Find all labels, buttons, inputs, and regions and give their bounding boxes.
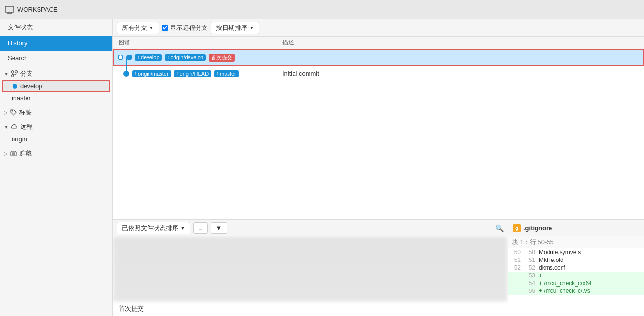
sidebar-item-history[interactable]: History <box>0 36 112 51</box>
bottom-right: g .gitignore 块 1：行 50-55 50 50 Module.sy… <box>508 220 644 316</box>
desc-col-header: 描述 <box>277 37 644 49</box>
sidebar-remote-origin[interactable]: origin <box>0 133 112 145</box>
graph-header: 图谱 描述 <box>113 37 644 49</box>
graph-col-header: 图谱 <box>113 37 277 49</box>
tags-chevron: ▷ <box>4 110 8 115</box>
graph-area[interactable]: 图谱 描述 ↑ develop ↑ origin/develop <box>113 37 644 220</box>
bottom-commit-label: 首次提交 <box>113 302 508 316</box>
diff-line-2: 51 51 Mkfile.old <box>508 256 644 264</box>
cloud-icon <box>11 123 18 131</box>
branches-section[interactable]: ▼ 分支 <box>0 66 112 80</box>
view-more-btn[interactable]: ▼ <box>211 222 228 234</box>
content-area: 所有分支 ▼ 显示远程分支 按日期排序 ▼ 图谱 描述 <box>113 19 644 316</box>
remotes-chevron: ▼ <box>4 124 9 130</box>
tag-origin-master: ↑ origin/master <box>132 70 171 77</box>
tag-develop: ↑ develop <box>135 54 162 61</box>
view-options-btn[interactable]: ≡ <box>193 222 208 234</box>
tag-origin-head: ↑ origin/HEAD <box>174 70 212 77</box>
main-layout: 文件状态 History Search ▼ 分支 develop master <box>0 19 644 316</box>
bottom-right-header: g .gitignore <box>508 220 644 236</box>
commit-graph-cell-1: ↑ develop ↑ origin/develop 首次提交 <box>114 54 278 62</box>
show-remote-checkbox-label[interactable]: 显示远程分支 <box>162 24 208 32</box>
sidebar: 文件状态 History Search ▼ 分支 develop master <box>0 19 113 316</box>
branch-icon <box>11 70 18 78</box>
sidebar-item-search[interactable]: Search <box>0 51 112 66</box>
diff-line-4: 53 + <box>508 272 644 279</box>
workspace-label: WORKSPACE <box>17 6 58 13</box>
diff-line-6: 55 + /mcu_check_c/.vs <box>508 287 644 295</box>
branches-chevron: ▼ <box>4 71 9 77</box>
diff-line-5: 54 + /mcu_check_c/x64 <box>508 279 644 287</box>
svg-point-8 <box>12 110 13 112</box>
sidebar-item-file-status[interactable]: 文件状态 <box>0 19 112 36</box>
svg-point-6 <box>11 75 13 77</box>
branch-selector-btn[interactable]: 所有分支 ▼ <box>117 22 159 34</box>
bottom-left: 已依照文件状态排序 ▼ ≡ ▼ 🔍 首次提交 <box>113 220 508 316</box>
stash-section[interactable]: ▷ 贮藏 <box>0 145 112 160</box>
tags-section[interactable]: ▷ 标签 <box>0 104 112 119</box>
graph-toolbar: 所有分支 ▼ 显示远程分支 按日期排序 ▼ <box>113 19 644 37</box>
sidebar-branch-master[interactable]: master <box>0 92 112 104</box>
stash-icon <box>10 150 17 157</box>
sort-arrow: ▼ <box>249 25 254 30</box>
commit-dot-1b <box>126 55 132 60</box>
file-sort-arrow: ▼ <box>180 225 185 231</box>
app-header: WORKSPACE <box>0 0 644 19</box>
diff-table: 50 50 Module.symvers 51 51 Mkfile.old 52 <box>508 248 644 295</box>
monitor-icon <box>5 6 14 14</box>
branch-selector-arrow: ▼ <box>149 25 154 30</box>
bottom-blurred <box>113 236 508 302</box>
commit-dot-1 <box>118 55 123 60</box>
file-name: .gitignore <box>523 224 552 232</box>
commit-desc-2: Initial commit <box>277 70 644 77</box>
tag-icon <box>10 109 17 116</box>
tag-first-commit: 首次提交 <box>209 54 235 62</box>
commit-row-1[interactable]: ↑ develop ↑ origin/develop 首次提交 <box>113 49 644 66</box>
commit-row-2[interactable]: ↑ origin/master ↑ origin/HEAD ↑ master I… <box>113 66 644 82</box>
svg-point-4 <box>11 71 13 73</box>
show-remote-checkbox[interactable] <box>162 25 168 31</box>
tag-master: ↑ master <box>214 70 239 77</box>
app-title: WORKSPACE <box>5 6 58 14</box>
bottom-toolbar: 已依照文件状态排序 ▼ ≡ ▼ 🔍 <box>113 220 508 236</box>
commit-graph-cell-2: ↑ origin/master ↑ origin/HEAD ↑ master <box>113 70 277 77</box>
svg-rect-0 <box>5 6 14 12</box>
bottom-content: 首次提交 <box>113 236 508 316</box>
svg-point-5 <box>15 71 17 73</box>
remotes-section[interactable]: ▼ 远程 <box>0 119 112 133</box>
diff-content: 块 1：行 50-55 50 50 Module.symvers 51 51 <box>508 236 644 316</box>
branch-dot-develop <box>13 84 17 89</box>
tag-origin-develop: ↑ origin/develop <box>165 54 206 61</box>
file-icon: g <box>513 224 521 232</box>
diff-section-header: 块 1：行 50-55 <box>508 236 644 248</box>
stash-chevron: ▷ <box>4 151 8 156</box>
file-sort-btn[interactable]: 已依照文件状态排序 ▼ <box>117 222 190 234</box>
sidebar-branch-develop[interactable]: develop <box>2 80 110 92</box>
diff-line-3: 52 52 dkms.conf <box>508 264 644 272</box>
diff-line-1: 50 50 Module.symvers <box>508 248 644 256</box>
sort-btn[interactable]: 按日期排序 ▼ <box>211 22 259 34</box>
search-icon-btn[interactable]: 🔍 <box>496 224 504 232</box>
bottom-panel: 已依照文件状态排序 ▼ ≡ ▼ 🔍 首次提交 <box>113 220 644 316</box>
